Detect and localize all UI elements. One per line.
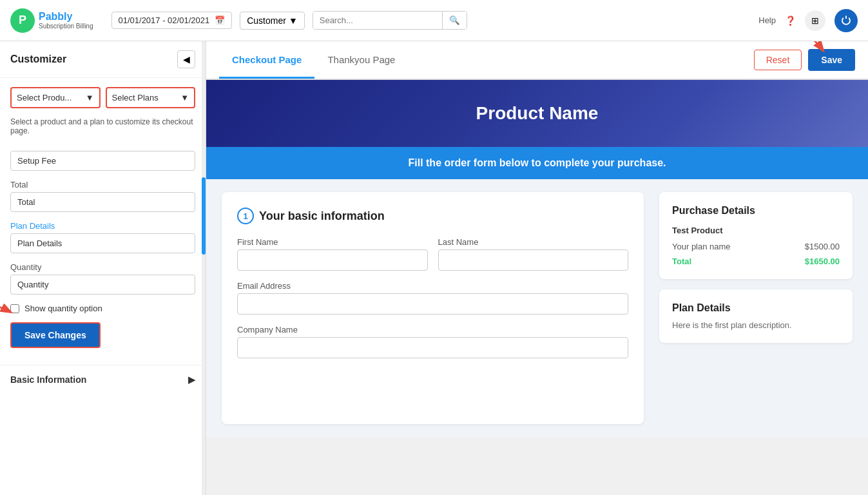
total-label: Total <box>10 180 195 189</box>
show-quantity-label: Show quantity option <box>24 304 102 313</box>
customer-dropdown[interactable]: Customer ▼ <box>240 12 305 30</box>
plan-name-row: Your plan name $1500.00 <box>672 242 840 251</box>
purchase-card: Purchase Details Test Product Your plan … <box>659 192 853 424</box>
select-plans-label: Select Plans <box>112 93 159 102</box>
basic-info-section[interactable]: Basic Information ▶ <box>0 365 206 394</box>
nav-right: Help ❓ ⊞ <box>758 9 858 32</box>
content-area: Checkout Page Thankyou Page Reset Save P… <box>206 41 868 495</box>
search-area: 🔍 <box>313 11 467 30</box>
scrollbar-track <box>202 41 206 495</box>
purchase-total-row: Total $1650.00 <box>672 257 840 266</box>
first-name-input[interactable] <box>237 249 428 271</box>
save-changes-button[interactable]: Save Changes <box>10 322 101 348</box>
setup-fee-group <box>10 151 195 171</box>
search-input[interactable] <box>313 12 442 29</box>
step-circle: 1 <box>237 208 254 224</box>
form-card: 1 Your basic information First Name Last… <box>222 192 644 424</box>
name-row: First Name Last Name <box>237 237 628 271</box>
basic-info-label: Basic Information <box>10 374 86 385</box>
last-name-input[interactable] <box>438 249 629 271</box>
customer-label: Customer <box>247 15 286 26</box>
chevron-down-icon: ▼ <box>180 93 189 102</box>
search-button[interactable]: 🔍 <box>442 12 467 29</box>
show-quantity-row: Show quantity option <box>10 304 195 313</box>
brand-sub: Subscription Billing <box>39 23 93 30</box>
plan-details-input[interactable] <box>10 233 195 253</box>
plan-details-group: Plan Details <box>10 221 195 253</box>
tabs-bar: Checkout Page Thankyou Page Reset Save <box>206 41 868 80</box>
sidebar: Customizer ◀ Select Produ... ▼ Select Pl… <box>0 41 206 495</box>
quantity-input[interactable] <box>10 275 195 295</box>
tab-checkout[interactable]: Checkout Page <box>219 43 314 79</box>
logo-icon: P <box>10 8 35 33</box>
email-field: Email Address <box>237 281 628 315</box>
chevron-down-icon: ▼ <box>289 15 298 26</box>
company-field: Company Name <box>237 325 628 358</box>
purchase-details-card: Purchase Details Test Product Your plan … <box>659 192 853 279</box>
help-icon[interactable]: ❓ <box>785 15 796 26</box>
email-label: Email Address <box>237 281 628 291</box>
quantity-group: Quantity <box>10 262 195 295</box>
scrollbar-thumb[interactable] <box>202 177 206 255</box>
product-hero: Product Name <box>206 80 868 147</box>
plan-desc: Here is the first plan description. <box>672 320 840 330</box>
total-row-label: Total <box>672 257 691 266</box>
chevron-down-icon: ▼ <box>86 93 94 102</box>
brand-name: Pabbly <box>39 11 93 23</box>
plan-details-card: Plan Details Here is the first plan desc… <box>659 289 853 343</box>
last-name-label: Last Name <box>438 237 629 247</box>
chevron-right-icon: ▶ <box>188 374 195 385</box>
last-name-field: Last Name <box>438 237 629 271</box>
quantity-label: Quantity <box>10 262 195 272</box>
logo-area: P Pabbly Subscription Billing <box>10 8 93 33</box>
top-navigation: P Pabbly Subscription Billing 01/01/2017… <box>0 0 868 41</box>
company-row: Company Name <box>237 325 628 358</box>
red-arrow-save <box>791 41 829 55</box>
total-input[interactable] <box>10 192 195 212</box>
first-name-label: First Name <box>237 237 428 247</box>
select-product-label: Select Produ... <box>17 93 72 102</box>
checkout-content: 1 Your basic information First Name Last… <box>206 179 868 437</box>
page-preview: Product Name Fill the order form below t… <box>206 80 868 495</box>
date-range-picker[interactable]: 01/01/2017 - 02/01/2021 📅 <box>111 12 233 29</box>
total-row-price: $1650.00 <box>805 257 840 266</box>
plan-price: $1500.00 <box>805 242 840 251</box>
calendar-icon[interactable]: 📅 <box>215 15 225 25</box>
plan-details-label: Plan Details <box>10 221 195 231</box>
back-button[interactable]: ◀ <box>177 50 195 68</box>
select-plans-dropdown[interactable]: Select Plans ▼ <box>106 87 196 108</box>
sidebar-fields: Total Plan Details Quantity Show quantit… <box>0 143 206 365</box>
grid-icon[interactable]: ⊞ <box>805 10 825 31</box>
email-row: Email Address <box>237 281 628 315</box>
sidebar-selects: Select Produ... ▼ Select Plans ▼ <box>0 78 206 117</box>
date-range-value: 01/01/2017 - 02/01/2021 <box>119 15 210 25</box>
email-input[interactable] <box>237 293 628 315</box>
select-hint: Select a product and a plan to customize… <box>0 117 206 143</box>
sidebar-title: Customizer <box>10 53 66 65</box>
total-group: Total <box>10 180 195 212</box>
first-name-field: First Name <box>237 237 428 271</box>
main-layout: Customizer ◀ Select Produ... ▼ Select Pl… <box>0 41 868 495</box>
sidebar-header: Customizer ◀ <box>0 41 206 78</box>
company-input[interactable] <box>237 337 628 358</box>
red-arrow-sidebar <box>0 300 17 320</box>
tab-thankyou[interactable]: Thankyou Page <box>314 43 408 79</box>
purchase-product: Test Product <box>672 226 840 235</box>
purchase-details-title: Purchase Details <box>672 205 840 217</box>
select-product-dropdown[interactable]: Select Produ... ▼ <box>10 87 101 108</box>
form-title: 1 Your basic information <box>237 208 628 224</box>
tabs-left: Checkout Page Thankyou Page <box>219 43 408 77</box>
power-icon[interactable] <box>834 9 858 32</box>
product-name: Product Name <box>219 103 855 124</box>
plan-name-label: Your plan name <box>672 242 731 251</box>
fill-banner: Fill the order form below to complete yo… <box>206 147 868 179</box>
help-label: Help <box>758 15 776 25</box>
plan-details-title: Plan Details <box>672 302 840 314</box>
company-label: Company Name <box>237 325 628 335</box>
setup-fee-input[interactable] <box>10 151 195 171</box>
